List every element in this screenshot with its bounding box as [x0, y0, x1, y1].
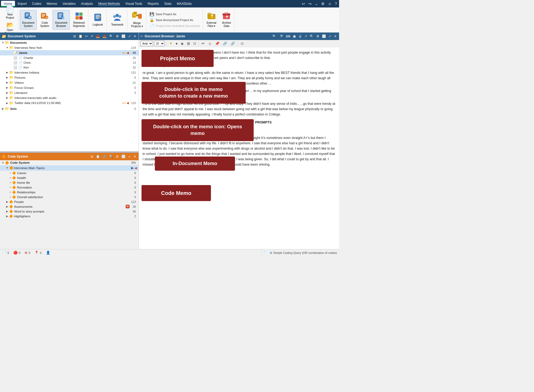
- tree-documents-root[interactable]: ▼ 📁 Documents: [0, 40, 139, 45]
- merge-projects-button[interactable]: Merge Projects ▾: [129, 10, 145, 30]
- tree-word-to-story[interactable]: ▶ 🔶 Word to story prompts 36: [0, 209, 139, 214]
- retrieved-segments-button[interactable]: Retrieved Segments: [71, 10, 87, 29]
- doc-copy-icon[interactable]: ⧉: [73, 34, 77, 38]
- document-browser-button[interactable]: Document Browser: [53, 10, 70, 30]
- toolbar-link2-icon[interactable]: 🔗: [229, 41, 236, 46]
- document-system-button[interactable]: Document System: [20, 10, 37, 30]
- color-dropdown-icon[interactable]: ▼: [168, 41, 174, 46]
- tree-twitter-data[interactable]: ▶ 📁 Twitter data (4/11/2018 11:00 AM) 🏷 …: [0, 100, 139, 106]
- font-size-dropdown[interactable]: 10: [154, 41, 165, 46]
- twitter-memo-icon[interactable]: 🏷: [122, 101, 126, 105]
- save-anonymized-item[interactable]: 🔒 Save Anonymized Project As: [148, 17, 201, 23]
- jamie-memo-icon[interactable]: 🏷: [122, 51, 126, 55]
- toolbar-toggle-icon[interactable]: ⊙: [239, 41, 245, 46]
- tree-code-root[interactable]: ▼ 🔶 Code System 386: [0, 160, 139, 165]
- doc-browser-expand-icon[interactable]: ⬜: [321, 34, 327, 38]
- code-expand-icon[interactable]: ⬜: [121, 154, 126, 159]
- doc-browser-search1-icon[interactable]: 🔍: [272, 34, 277, 38]
- tree-recreation[interactable]: ● 🔶 Recreation 9: [0, 185, 139, 190]
- menu-variables[interactable]: Variables: [60, 1, 78, 7]
- doc-import-icon[interactable]: 📥: [95, 34, 101, 38]
- tree-interviews-main-topics[interactable]: ▼ 🔶 Interviews Main Topics ▶ ◄: [0, 165, 139, 171]
- doc-browser-layout-icon[interactable]: ▣: [292, 34, 297, 38]
- tree-health[interactable]: ● 🔶 Health 9: [0, 175, 139, 180]
- menu-stats[interactable]: Stats: [162, 1, 174, 7]
- toolbar-pencil-icon[interactable]: ✏: [201, 41, 206, 46]
- doc-browser-close-icon[interactable]: ✕: [333, 34, 337, 38]
- toolbar-icon-4[interactable]: ⊡: [192, 41, 197, 46]
- code-paste-icon[interactable]: 📋: [95, 154, 101, 159]
- tree-sets[interactable]: ▶ 📁 Sets 0: [0, 106, 139, 111]
- tree-pictures[interactable]: ▶ 📁 Pictures 0: [0, 75, 139, 80]
- tree-kim[interactable]: ⬜ 📄 Kim 32: [0, 65, 139, 70]
- redo-icon[interactable]: ↪: [307, 1, 313, 6]
- doc-browser-search3-icon[interactable]: 🔍: [309, 34, 315, 38]
- toolbar-icon-3[interactable]: ⊞: [186, 41, 191, 46]
- doc-browser-search2-icon[interactable]: 🔎: [278, 34, 284, 38]
- tree-interview-transcripts[interactable]: ▶ 📁 Interview transcripts with audio: [0, 95, 139, 100]
- menu-import[interactable]: Import: [15, 1, 29, 7]
- tree-chris[interactable]: ⬜ 📄 Chris 13: [0, 60, 139, 65]
- tree-videos[interactable]: ▶ 📁 Videos 21: [0, 80, 139, 85]
- help-icon[interactable]: ?: [334, 1, 338, 6]
- code-maximize-icon[interactable]: ⤢: [127, 154, 132, 159]
- tree-interviews-ny[interactable]: ▼ 📁 Interviews New York 119: [0, 45, 139, 50]
- code-close-icon[interactable]: ✕: [133, 154, 137, 159]
- teamwork-button[interactable]: Teamwork: [108, 12, 126, 28]
- doc-browser-print-icon[interactable]: 🖨: [298, 34, 303, 38]
- tree-people[interactable]: ▶ 🔶 People 123: [0, 199, 139, 204]
- tree-career[interactable]: ● 🔶 Career 9: [0, 171, 139, 175]
- tree-highlighters[interactable]: ▶ 🔶 Highlighters 2: [0, 214, 139, 219]
- font-dropdown[interactable]: Arial: [140, 41, 153, 46]
- toolbar-link1-icon[interactable]: 🔗: [222, 41, 228, 46]
- doc-browser-export-icon[interactable]: ↗: [304, 34, 308, 38]
- tree-focus-groups[interactable]: ▶ 📁 Focus Groups 0: [0, 85, 139, 90]
- logbook-button[interactable]: Logbook: [90, 12, 105, 28]
- menu-mixed-methods[interactable]: Mixed Methods: [96, 1, 123, 7]
- tree-jamie[interactable]: 📝 Jamie 🏷 ◄ 49: [0, 50, 139, 55]
- doc-paste-icon[interactable]: 📋: [78, 34, 83, 38]
- code-gear-icon[interactable]: ⚙: [115, 154, 120, 159]
- toolbar-icon-1[interactable]: ♦: [175, 41, 179, 46]
- code-link-icon[interactable]: 🔗: [102, 154, 107, 159]
- doc-arrow-icon[interactable]: ↗: [90, 34, 94, 38]
- code-copy-icon[interactable]: ⧉: [90, 154, 94, 159]
- menu-analysis[interactable]: Analysis: [78, 1, 96, 7]
- doc-export-icon[interactable]: 📤: [102, 34, 107, 38]
- assessments-memo-icon[interactable]: M: [126, 205, 129, 208]
- doc-close-icon[interactable]: ✕: [133, 34, 137, 38]
- health-dot: ●: [10, 177, 11, 179]
- code-system-button[interactable]: @ Code System: [38, 10, 52, 29]
- doc-cut-icon[interactable]: ✂: [84, 34, 89, 38]
- doc-browser-maximize-icon[interactable]: ⤢: [328, 34, 332, 38]
- tree-interviews-indiana[interactable]: ▶ 📁 Interviews Indiana 131: [0, 70, 139, 75]
- tree-literature[interactable]: ▶ 📁 Literature 3: [0, 90, 139, 95]
- archive-data-button[interactable]: Archive Data: [219, 10, 233, 29]
- menu-visual-tools[interactable]: Visual Tools: [123, 1, 145, 7]
- doc-browser-100-icon[interactable]: 100: [285, 35, 291, 38]
- smiley-icon[interactable]: ☺: [327, 1, 333, 6]
- tree-charlie[interactable]: ⬜ 📄 Charlie 25: [0, 55, 139, 60]
- tree-relationships[interactable]: ● 🔶 Relationships 9: [0, 190, 139, 195]
- tree-assessments[interactable]: ▶ 🔶 Assessments M 38: [0, 204, 139, 209]
- code-search-icon[interactable]: 🔍: [108, 154, 114, 159]
- settings-icon[interactable]: ⚙: [320, 1, 326, 6]
- menu-memos[interactable]: Memos: [44, 1, 60, 7]
- menu-codes[interactable]: Codes: [29, 1, 44, 7]
- doc-search-icon[interactable]: 🔍: [108, 34, 114, 38]
- tree-home-life[interactable]: ● 🔶 Home life 9: [0, 180, 139, 185]
- toolbar-icon-2[interactable]: ◈: [180, 41, 185, 46]
- dropdown-icon[interactable]: ⌄: [314, 1, 319, 6]
- tree-overall-satisfaction[interactable]: ● 🔶 Overall satisfaction 9: [0, 195, 139, 199]
- undo-icon[interactable]: ↩: [301, 1, 306, 6]
- doc-expand-icon[interactable]: ⬜: [121, 34, 126, 38]
- save-project-as-item[interactable]: 💾 Save Project As: [148, 11, 201, 17]
- doc-gear-icon[interactable]: ⚙: [115, 34, 120, 38]
- doc-browser-gear-icon[interactable]: ⚙: [316, 34, 320, 38]
- external-files-button[interactable]: External Files ▾: [205, 10, 219, 29]
- menu-reports[interactable]: Reports: [145, 1, 162, 7]
- toolbar-pin-icon[interactable]: 📌: [214, 41, 221, 46]
- doc-maximize-icon[interactable]: ⤢: [127, 34, 132, 38]
- toolbar-smiley-icon[interactable]: ☺: [207, 41, 213, 46]
- menu-maxdictio[interactable]: MAXDictio: [174, 1, 194, 7]
